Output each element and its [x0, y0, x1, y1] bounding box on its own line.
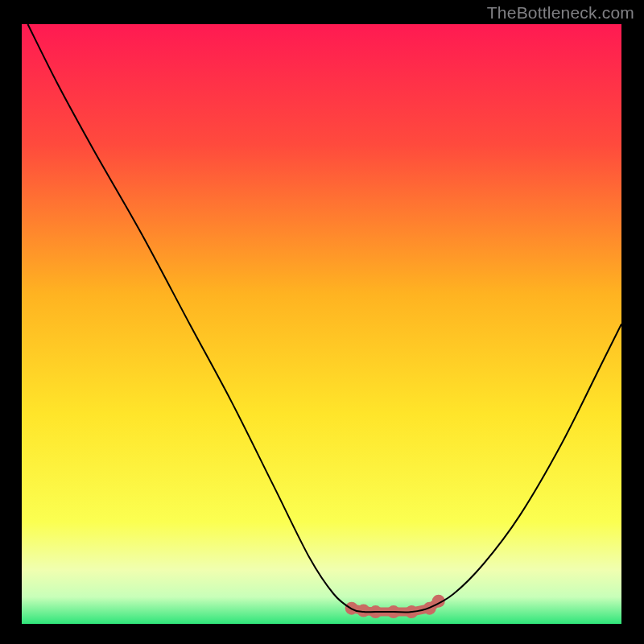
chart-container: TheBottleneck.com	[0, 0, 644, 644]
chart-svg	[0, 0, 644, 644]
gradient-background	[22, 24, 621, 624]
